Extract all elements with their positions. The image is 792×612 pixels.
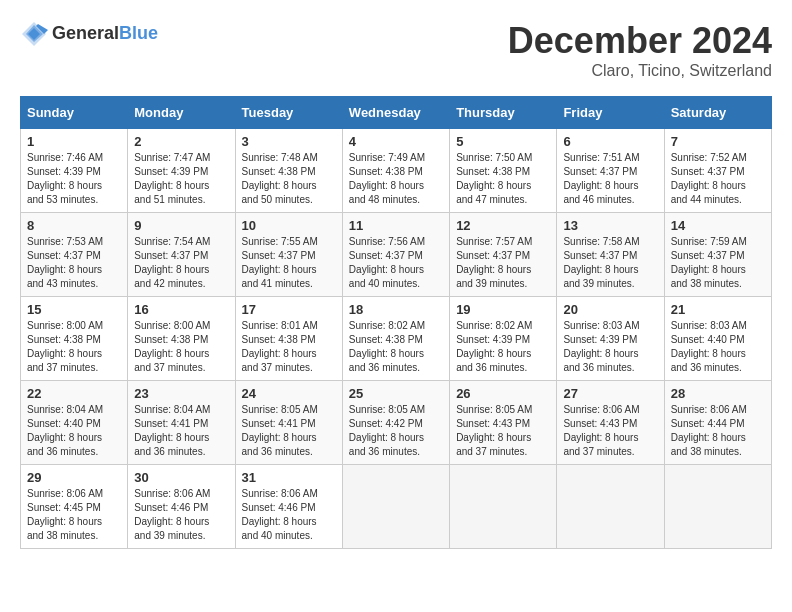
title-area: December 2024 Claro, Ticino, Switzerland: [508, 20, 772, 80]
calendar-day-17: 17 Sunrise: 8:01 AMSunset: 4:38 PMDaylig…: [235, 297, 342, 381]
day-info: Sunrise: 8:05 AMSunset: 4:41 PMDaylight:…: [242, 404, 318, 457]
day-info: Sunrise: 7:59 AMSunset: 4:37 PMDaylight:…: [671, 236, 747, 289]
day-number: 14: [671, 218, 765, 233]
day-number: 15: [27, 302, 121, 317]
day-info: Sunrise: 8:06 AMSunset: 4:46 PMDaylight:…: [242, 488, 318, 541]
day-info: Sunrise: 7:51 AMSunset: 4:37 PMDaylight:…: [563, 152, 639, 205]
day-info: Sunrise: 8:06 AMSunset: 4:43 PMDaylight:…: [563, 404, 639, 457]
day-number: 27: [563, 386, 657, 401]
day-info: Sunrise: 8:02 AMSunset: 4:39 PMDaylight:…: [456, 320, 532, 373]
calendar-day-24: 24 Sunrise: 8:05 AMSunset: 4:41 PMDaylig…: [235, 381, 342, 465]
day-number: 6: [563, 134, 657, 149]
header-day-monday: Monday: [128, 97, 235, 129]
calendar-day-15: 15 Sunrise: 8:00 AMSunset: 4:38 PMDaylig…: [21, 297, 128, 381]
calendar-week-3: 15 Sunrise: 8:00 AMSunset: 4:38 PMDaylig…: [21, 297, 772, 381]
day-info: Sunrise: 7:55 AMSunset: 4:37 PMDaylight:…: [242, 236, 318, 289]
calendar-table: SundayMondayTuesdayWednesdayThursdayFrid…: [20, 96, 772, 549]
day-info: Sunrise: 8:02 AMSunset: 4:38 PMDaylight:…: [349, 320, 425, 373]
day-info: Sunrise: 8:06 AMSunset: 4:44 PMDaylight:…: [671, 404, 747, 457]
day-number: 5: [456, 134, 550, 149]
calendar-day-18: 18 Sunrise: 8:02 AMSunset: 4:38 PMDaylig…: [342, 297, 449, 381]
header-day-tuesday: Tuesday: [235, 97, 342, 129]
logo: GeneralBlue: [20, 20, 158, 48]
day-info: Sunrise: 8:01 AMSunset: 4:38 PMDaylight:…: [242, 320, 318, 373]
day-number: 1: [27, 134, 121, 149]
calendar-day-27: 27 Sunrise: 8:06 AMSunset: 4:43 PMDaylig…: [557, 381, 664, 465]
day-info: Sunrise: 8:06 AMSunset: 4:45 PMDaylight:…: [27, 488, 103, 541]
month-title: December 2024: [508, 20, 772, 62]
calendar-day-29: 29 Sunrise: 8:06 AMSunset: 4:45 PMDaylig…: [21, 465, 128, 549]
calendar-day-2: 2 Sunrise: 7:47 AMSunset: 4:39 PMDayligh…: [128, 129, 235, 213]
day-number: 16: [134, 302, 228, 317]
calendar-empty: [557, 465, 664, 549]
calendar-day-13: 13 Sunrise: 7:58 AMSunset: 4:37 PMDaylig…: [557, 213, 664, 297]
day-number: 24: [242, 386, 336, 401]
day-info: Sunrise: 7:53 AMSunset: 4:37 PMDaylight:…: [27, 236, 103, 289]
calendar-day-7: 7 Sunrise: 7:52 AMSunset: 4:37 PMDayligh…: [664, 129, 771, 213]
day-info: Sunrise: 8:03 AMSunset: 4:39 PMDaylight:…: [563, 320, 639, 373]
day-info: Sunrise: 8:00 AMSunset: 4:38 PMDaylight:…: [27, 320, 103, 373]
calendar-day-10: 10 Sunrise: 7:55 AMSunset: 4:37 PMDaylig…: [235, 213, 342, 297]
calendar-day-5: 5 Sunrise: 7:50 AMSunset: 4:38 PMDayligh…: [450, 129, 557, 213]
day-number: 28: [671, 386, 765, 401]
calendar-day-22: 22 Sunrise: 8:04 AMSunset: 4:40 PMDaylig…: [21, 381, 128, 465]
day-info: Sunrise: 7:52 AMSunset: 4:37 PMDaylight:…: [671, 152, 747, 205]
day-number: 7: [671, 134, 765, 149]
calendar-empty: [450, 465, 557, 549]
calendar-day-9: 9 Sunrise: 7:54 AMSunset: 4:37 PMDayligh…: [128, 213, 235, 297]
day-number: 19: [456, 302, 550, 317]
calendar-week-2: 8 Sunrise: 7:53 AMSunset: 4:37 PMDayligh…: [21, 213, 772, 297]
day-number: 30: [134, 470, 228, 485]
day-number: 10: [242, 218, 336, 233]
calendar-day-19: 19 Sunrise: 8:02 AMSunset: 4:39 PMDaylig…: [450, 297, 557, 381]
location-title: Claro, Ticino, Switzerland: [508, 62, 772, 80]
day-number: 3: [242, 134, 336, 149]
day-info: Sunrise: 7:47 AMSunset: 4:39 PMDaylight:…: [134, 152, 210, 205]
logo-text: GeneralBlue: [52, 24, 158, 44]
calendar-body: 1 Sunrise: 7:46 AMSunset: 4:39 PMDayligh…: [21, 129, 772, 549]
calendar-day-11: 11 Sunrise: 7:56 AMSunset: 4:37 PMDaylig…: [342, 213, 449, 297]
calendar-day-30: 30 Sunrise: 8:06 AMSunset: 4:46 PMDaylig…: [128, 465, 235, 549]
calendar-day-4: 4 Sunrise: 7:49 AMSunset: 4:38 PMDayligh…: [342, 129, 449, 213]
day-info: Sunrise: 7:46 AMSunset: 4:39 PMDaylight:…: [27, 152, 103, 205]
calendar-day-8: 8 Sunrise: 7:53 AMSunset: 4:37 PMDayligh…: [21, 213, 128, 297]
calendar-empty: [664, 465, 771, 549]
logo-general: General: [52, 24, 119, 44]
day-number: 4: [349, 134, 443, 149]
calendar-day-26: 26 Sunrise: 8:05 AMSunset: 4:43 PMDaylig…: [450, 381, 557, 465]
day-number: 23: [134, 386, 228, 401]
calendar-week-5: 29 Sunrise: 8:06 AMSunset: 4:45 PMDaylig…: [21, 465, 772, 549]
calendar-day-23: 23 Sunrise: 8:04 AMSunset: 4:41 PMDaylig…: [128, 381, 235, 465]
day-number: 2: [134, 134, 228, 149]
day-number: 22: [27, 386, 121, 401]
header-day-sunday: Sunday: [21, 97, 128, 129]
day-number: 12: [456, 218, 550, 233]
day-number: 25: [349, 386, 443, 401]
calendar-header-row: SundayMondayTuesdayWednesdayThursdayFrid…: [21, 97, 772, 129]
calendar-day-28: 28 Sunrise: 8:06 AMSunset: 4:44 PMDaylig…: [664, 381, 771, 465]
calendar-day-25: 25 Sunrise: 8:05 AMSunset: 4:42 PMDaylig…: [342, 381, 449, 465]
day-number: 29: [27, 470, 121, 485]
day-info: Sunrise: 8:06 AMSunset: 4:46 PMDaylight:…: [134, 488, 210, 541]
calendar-day-21: 21 Sunrise: 8:03 AMSunset: 4:40 PMDaylig…: [664, 297, 771, 381]
logo-icon: [20, 20, 48, 48]
day-info: Sunrise: 7:58 AMSunset: 4:37 PMDaylight:…: [563, 236, 639, 289]
day-info: Sunrise: 7:48 AMSunset: 4:38 PMDaylight:…: [242, 152, 318, 205]
header-day-saturday: Saturday: [664, 97, 771, 129]
day-number: 26: [456, 386, 550, 401]
day-number: 21: [671, 302, 765, 317]
day-info: Sunrise: 7:49 AMSunset: 4:38 PMDaylight:…: [349, 152, 425, 205]
calendar-day-3: 3 Sunrise: 7:48 AMSunset: 4:38 PMDayligh…: [235, 129, 342, 213]
calendar-week-4: 22 Sunrise: 8:04 AMSunset: 4:40 PMDaylig…: [21, 381, 772, 465]
header-day-friday: Friday: [557, 97, 664, 129]
calendar-day-12: 12 Sunrise: 7:57 AMSunset: 4:37 PMDaylig…: [450, 213, 557, 297]
calendar-week-1: 1 Sunrise: 7:46 AMSunset: 4:39 PMDayligh…: [21, 129, 772, 213]
day-number: 18: [349, 302, 443, 317]
day-info: Sunrise: 8:04 AMSunset: 4:41 PMDaylight:…: [134, 404, 210, 457]
day-number: 20: [563, 302, 657, 317]
header-day-thursday: Thursday: [450, 97, 557, 129]
calendar-day-1: 1 Sunrise: 7:46 AMSunset: 4:39 PMDayligh…: [21, 129, 128, 213]
day-info: Sunrise: 7:50 AMSunset: 4:38 PMDaylight:…: [456, 152, 532, 205]
day-info: Sunrise: 7:57 AMSunset: 4:37 PMDaylight:…: [456, 236, 532, 289]
day-info: Sunrise: 8:05 AMSunset: 4:42 PMDaylight:…: [349, 404, 425, 457]
